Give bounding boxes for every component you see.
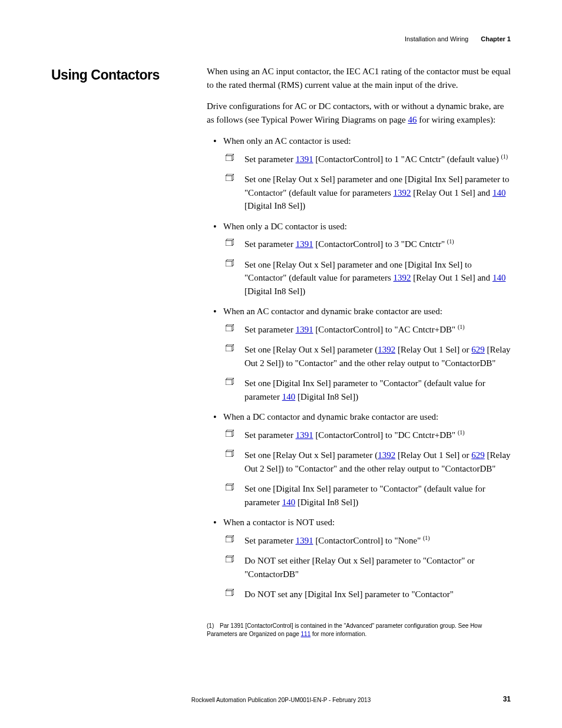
checkbox-item: Set one [Digital Inx Sel] parameter to "…	[240, 482, 511, 509]
text: Set parameter	[244, 325, 296, 334]
checkbox-icon	[226, 378, 234, 385]
chapter-label: Chapter 1	[481, 35, 511, 42]
checkbox-icon	[226, 535, 234, 542]
bullet-text: When a contactor is NOT used:	[223, 518, 335, 527]
bullet-list: When only an AC contactor is used: Set p…	[223, 134, 511, 601]
left-column: Using Contactors	[51, 65, 207, 638]
page-body: Using Contactors When using an AC input …	[51, 65, 511, 638]
text: [ContactorControl] to "AC Cntctr+DB"	[313, 325, 458, 334]
checkbox-item: Do NOT set either [Relay Out x Sel] para…	[240, 554, 511, 581]
footnote: (1)Par 1391 [ContactorControl] is contai…	[207, 622, 511, 638]
bullet-item-ac-db: When an AC contactor and dynamic brake c…	[223, 305, 511, 403]
text: [ContactorControl] to 3 "DC Cntctr"	[313, 239, 447, 249]
param-link-1391[interactable]: 1391	[296, 430, 313, 440]
checkbox-list: Set parameter 1391 [ContactorControl] to…	[240, 429, 511, 509]
text: Set one [Digital Inx Sel] parameter to "…	[244, 378, 485, 401]
text: Set parameter	[244, 239, 296, 249]
param-link-1391[interactable]: 1391	[296, 154, 313, 164]
param-link-629[interactable]: 629	[471, 450, 485, 460]
checkbox-icon	[226, 450, 234, 457]
page-footer: Rockwell Automation Publication 20P-UM00…	[51, 696, 511, 704]
param-link-140[interactable]: 140	[492, 273, 506, 282]
bullet-text: When a DC contactor and dynamic brake co…	[223, 412, 438, 421]
text: [Digital In8 Sel])	[244, 286, 305, 296]
footnote-ref: (1)	[447, 238, 454, 245]
param-link-140[interactable]: 140	[282, 498, 296, 507]
text: Set parameter	[244, 154, 296, 164]
checkbox-item: Set one [Digital Inx Sel] parameter to "…	[240, 377, 511, 403]
bullet-item-dc: When only a DC contactor is used: Set pa…	[223, 220, 511, 298]
bullet-text: When an AC contactor and dynamic brake c…	[223, 307, 442, 316]
page-link-46[interactable]: 46	[408, 115, 416, 124]
text: Do NOT set either [Relay Out x Sel] para…	[244, 556, 475, 579]
param-link-1391[interactable]: 1391	[296, 325, 313, 334]
footnote-ref: (1)	[423, 535, 430, 541]
text: [ContactorControl] to "None"	[313, 536, 423, 545]
checkbox-item: Set parameter 1391 [ContactorControl] to…	[240, 429, 511, 442]
param-link-1391[interactable]: 1391	[296, 536, 313, 545]
checkbox-icon	[226, 154, 234, 161]
text: Do NOT set any [Digital Inx Sel] paramet…	[244, 589, 454, 599]
bullet-text: When only an AC contactor is used:	[223, 136, 351, 146]
text: [Relay Out 1 Sel] or	[395, 450, 471, 460]
checkbox-icon	[226, 259, 234, 266]
checkbox-icon	[226, 589, 234, 596]
checkbox-item: Do NOT set any [Digital Inx Sel] paramet…	[240, 588, 511, 601]
checkbox-icon	[226, 344, 234, 351]
param-link-140[interactable]: 140	[492, 188, 506, 197]
checkbox-icon	[226, 324, 234, 331]
page-number: 31	[503, 694, 511, 704]
publication-info: Rockwell Automation Publication 20P-UM00…	[51, 696, 511, 704]
bullet-item-none: When a contactor is NOT used: Set parame…	[223, 516, 511, 601]
footnote-text: for more information.	[310, 631, 366, 637]
checkbox-item: Set one [Relay Out x Sel] parameter (139…	[240, 449, 511, 475]
footnote-ref: (1)	[458, 429, 465, 436]
checkbox-item: Set one [Relay Out x Sel] parameter (139…	[240, 343, 511, 370]
text: [ContactorControl] to "DC Cntctr+DB"	[313, 430, 458, 440]
param-link-629[interactable]: 629	[471, 345, 485, 354]
text: [Relay Out 1 Sel] and	[411, 273, 492, 282]
text: Set parameter	[244, 536, 296, 545]
checkbox-item: Set one [Relay Out x Sel] parameter and …	[240, 173, 511, 213]
checkbox-list: Set parameter 1391 [ContactorControl] to…	[240, 534, 511, 601]
checkbox-list: Set parameter 1391 [ContactorControl] to…	[240, 238, 511, 298]
checkbox-item: Set parameter 1391 [ContactorControl] to…	[240, 153, 511, 166]
intro-paragraph-1: When using an AC input contactor, the IE…	[207, 65, 511, 91]
checkbox-icon	[226, 239, 234, 246]
checkbox-icon	[226, 483, 234, 490]
param-link-140[interactable]: 140	[282, 392, 296, 401]
checkbox-icon	[226, 555, 234, 562]
checkbox-list: Set parameter 1391 [ContactorControl] to…	[240, 153, 511, 213]
checkbox-item: Set parameter 1391 [ContactorControl] to…	[240, 238, 511, 251]
text: [Digital In8 Sel])	[295, 392, 358, 401]
checkbox-icon	[226, 174, 234, 181]
right-column: When using an AC input contactor, the IE…	[207, 65, 511, 638]
param-link-1391[interactable]: 1391	[296, 239, 313, 249]
param-link-1392[interactable]: 1392	[394, 188, 411, 197]
section-heading: Using Contactors	[51, 65, 207, 85]
footnote-ref: (1)	[458, 324, 465, 330]
text: for wiring examples):	[416, 115, 495, 124]
checkbox-icon	[226, 430, 234, 437]
text: [Relay Out 1 Sel] or	[395, 345, 471, 354]
checkbox-item: Set parameter 1391 [ContactorControl] to…	[240, 534, 511, 548]
param-link-1392[interactable]: 1392	[394, 273, 411, 282]
intro-paragraph-2: Drive configurations for AC or DC contac…	[207, 100, 511, 126]
param-link-1392[interactable]: 1392	[378, 450, 395, 460]
checkbox-list: Set parameter 1391 [ContactorControl] to…	[240, 323, 511, 404]
checkbox-item: Set one [Relay Out x Sel] parameter and …	[240, 258, 511, 298]
footnote-num: (1)	[207, 622, 220, 630]
page-link-111[interactable]: 111	[301, 631, 311, 637]
checkbox-item: Set parameter 1391 [ContactorControl] to…	[240, 323, 511, 337]
param-link-1392[interactable]: 1392	[378, 345, 395, 354]
bullet-item-dc-db: When a DC contactor and dynamic brake co…	[223, 410, 511, 509]
bullet-text: When only a DC contactor is used:	[223, 222, 347, 231]
text: Set one [Relay Out x Sel] parameter (	[244, 450, 378, 460]
text: [ContactorControl] to 1 "AC Cntctr" (def…	[313, 154, 501, 164]
text: [Digital In8 Sel])	[295, 498, 358, 507]
chapter-title: Installation and Wiring	[405, 35, 468, 42]
bullet-item-ac: When only an AC contactor is used: Set p…	[223, 134, 511, 213]
text: [Relay Out 1 Sel] and	[411, 188, 492, 197]
footnote-ref: (1)	[501, 153, 508, 160]
page-header: Installation and Wiring Chapter 1	[405, 34, 511, 44]
